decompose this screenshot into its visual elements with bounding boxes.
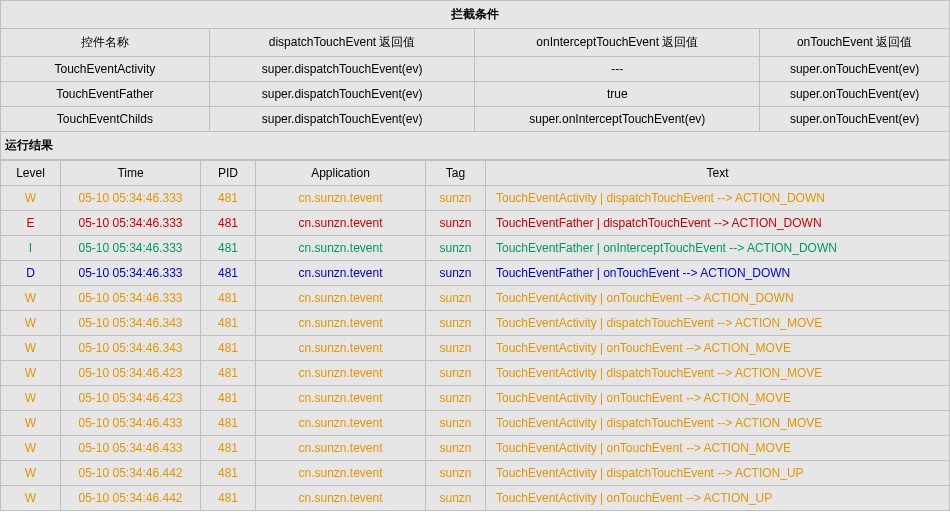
log-level: W: [1, 411, 61, 436]
log-row: W05-10 05:34:46.423481cn.sunzn.teventsun…: [1, 386, 950, 411]
log-tag: sunzn: [426, 261, 486, 286]
log-row: W05-10 05:34:46.433481cn.sunzn.teventsun…: [1, 411, 950, 436]
condition-cell: TouchEventFather: [1, 82, 210, 107]
log-app: cn.sunzn.tevent: [256, 261, 426, 286]
condition-row: TouchEventActivitysuper.dispatchTouchEve…: [1, 57, 950, 82]
log-tag: sunzn: [426, 411, 486, 436]
log-pid: 481: [201, 311, 256, 336]
log-row: I05-10 05:34:46.333481cn.sunzn.teventsun…: [1, 236, 950, 261]
log-level: D: [1, 261, 61, 286]
log-pid: 481: [201, 461, 256, 486]
log-tag: sunzn: [426, 286, 486, 311]
log-text: TouchEventActivity | dispatchTouchEvent …: [486, 311, 950, 336]
log-row: W05-10 05:34:46.442481cn.sunzn.teventsun…: [1, 486, 950, 511]
log-level: W: [1, 336, 61, 361]
condition-cell: super.onTouchEvent(ev): [760, 82, 950, 107]
log-tag: sunzn: [426, 336, 486, 361]
log-tag: sunzn: [426, 311, 486, 336]
log-app: cn.sunzn.tevent: [256, 461, 426, 486]
log-app: cn.sunzn.tevent: [256, 286, 426, 311]
condition-row: TouchEventChildssuper.dispatchTouchEvent…: [1, 107, 950, 132]
log-pid: 481: [201, 261, 256, 286]
log-level: W: [1, 311, 61, 336]
condition-cell: super.dispatchTouchEvent(ev): [209, 82, 475, 107]
log-time: 05-10 05:34:46.333: [61, 286, 201, 311]
log-row: W05-10 05:34:46.333481cn.sunzn.teventsun…: [1, 186, 950, 211]
col-level: Level: [1, 161, 61, 186]
col-control: 控件名称: [1, 29, 210, 57]
log-time: 05-10 05:34:46.333: [61, 211, 201, 236]
col-intercept: onInterceptTouchEvent 返回值: [475, 29, 760, 57]
log-app: cn.sunzn.tevent: [256, 486, 426, 511]
log-level: W: [1, 386, 61, 411]
condition-cell: true: [475, 82, 760, 107]
log-tag: sunzn: [426, 486, 486, 511]
log-time: 05-10 05:34:46.442: [61, 486, 201, 511]
log-row: W05-10 05:34:46.343481cn.sunzn.teventsun…: [1, 311, 950, 336]
log-row: W05-10 05:34:46.423481cn.sunzn.teventsun…: [1, 361, 950, 386]
log-pid: 481: [201, 236, 256, 261]
log-pid: 481: [201, 411, 256, 436]
log-level: W: [1, 461, 61, 486]
log-time: 05-10 05:34:46.433: [61, 436, 201, 461]
log-text: TouchEventActivity | onTouchEvent --> AC…: [486, 386, 950, 411]
log-pid: 481: [201, 211, 256, 236]
log-pid: 481: [201, 486, 256, 511]
log-pid: 481: [201, 386, 256, 411]
log-time: 05-10 05:34:46.343: [61, 336, 201, 361]
log-tag: sunzn: [426, 461, 486, 486]
log-time: 05-10 05:34:46.333: [61, 261, 201, 286]
log-tag: sunzn: [426, 186, 486, 211]
log-level: E: [1, 211, 61, 236]
log-app: cn.sunzn.tevent: [256, 186, 426, 211]
log-app: cn.sunzn.tevent: [256, 361, 426, 386]
log-app: cn.sunzn.tevent: [256, 386, 426, 411]
log-level: W: [1, 436, 61, 461]
log-row: W05-10 05:34:46.343481cn.sunzn.teventsun…: [1, 336, 950, 361]
log-table: Level Time PID Application Tag Text W05-…: [0, 160, 950, 511]
log-time: 05-10 05:34:46.423: [61, 386, 201, 411]
log-pid: 481: [201, 436, 256, 461]
log-text: TouchEventActivity | dispatchTouchEvent …: [486, 186, 950, 211]
log-text: TouchEventActivity | onTouchEvent --> AC…: [486, 436, 950, 461]
log-tag: sunzn: [426, 236, 486, 261]
log-time: 05-10 05:34:46.433: [61, 411, 201, 436]
condition-row: TouchEventFathersuper.dispatchTouchEvent…: [1, 82, 950, 107]
condition-cell: super.onInterceptTouchEvent(ev): [475, 107, 760, 132]
condition-cell: super.onTouchEvent(ev): [760, 57, 950, 82]
log-row: D05-10 05:34:46.333481cn.sunzn.teventsun…: [1, 261, 950, 286]
log-tag: sunzn: [426, 436, 486, 461]
log-time: 05-10 05:34:46.333: [61, 236, 201, 261]
condition-cell: super.dispatchTouchEvent(ev): [209, 57, 475, 82]
log-app: cn.sunzn.tevent: [256, 411, 426, 436]
log-text: TouchEventActivity | dispatchTouchEvent …: [486, 361, 950, 386]
log-text: TouchEventFather | onInterceptTouchEvent…: [486, 236, 950, 261]
result-title: 运行结果: [1, 132, 950, 160]
log-time: 05-10 05:34:46.423: [61, 361, 201, 386]
log-tag: sunzn: [426, 361, 486, 386]
log-pid: 481: [201, 336, 256, 361]
col-time: Time: [61, 161, 201, 186]
condition-cell: TouchEventChilds: [1, 107, 210, 132]
log-text: TouchEventActivity | dispatchTouchEvent …: [486, 411, 950, 436]
log-row: W05-10 05:34:46.442481cn.sunzn.teventsun…: [1, 461, 950, 486]
log-app: cn.sunzn.tevent: [256, 436, 426, 461]
condition-cell: TouchEventActivity: [1, 57, 210, 82]
log-text: TouchEventActivity | onTouchEvent --> AC…: [486, 286, 950, 311]
log-app: cn.sunzn.tevent: [256, 211, 426, 236]
log-time: 05-10 05:34:46.442: [61, 461, 201, 486]
log-app: cn.sunzn.tevent: [256, 336, 426, 361]
log-tag: sunzn: [426, 211, 486, 236]
log-row: E05-10 05:34:46.333481cn.sunzn.teventsun…: [1, 211, 950, 236]
log-pid: 481: [201, 361, 256, 386]
condition-cell: ---: [475, 57, 760, 82]
condition-cell: super.dispatchTouchEvent(ev): [209, 107, 475, 132]
log-level: W: [1, 486, 61, 511]
condition-cell: super.onTouchEvent(ev): [760, 107, 950, 132]
log-level: W: [1, 361, 61, 386]
log-time: 05-10 05:34:46.343: [61, 311, 201, 336]
log-tag: sunzn: [426, 386, 486, 411]
log-time: 05-10 05:34:46.333: [61, 186, 201, 211]
log-text: TouchEventActivity | dispatchTouchEvent …: [486, 461, 950, 486]
col-dispatch: dispatchTouchEvent 返回值: [209, 29, 475, 57]
